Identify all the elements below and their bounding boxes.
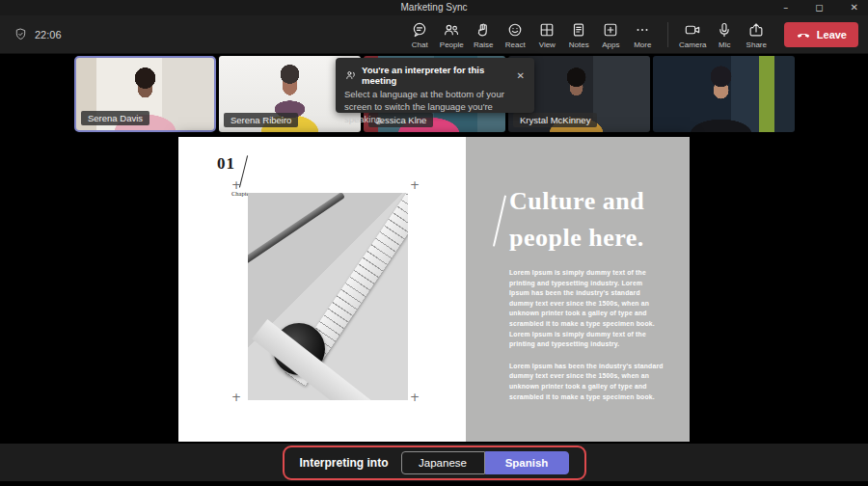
meeting-stage: Serena Davis Serena Ribeiro Jessica Klne… — [0, 54, 868, 486]
more-button[interactable]: More — [627, 16, 659, 53]
tooltip-close-icon[interactable]: ✕ — [516, 70, 526, 81]
leave-button[interactable]: Leave — [784, 22, 858, 47]
teams-meeting-window: Marketing Sync – ◻ ✕ 22:06 — [0, 0, 868, 486]
notes-icon — [570, 20, 587, 39]
interpreter-bar: Interpreting into Japanese Spanish — [0, 444, 868, 481]
crop-mark: + — [231, 179, 241, 191]
people-label: People — [440, 40, 464, 49]
raise-label: Raise — [474, 40, 493, 49]
pen-graphic — [248, 193, 345, 266]
camera-label: Camera — [679, 40, 706, 49]
interpreter-icon — [344, 69, 357, 82]
slide-photo-drafting-tools — [248, 193, 408, 400]
view-label: View — [539, 40, 556, 49]
apps-button[interactable]: Apps — [595, 16, 627, 53]
people-button[interactable]: People — [436, 16, 468, 53]
shared-slide: 01 Chapter + + + + Culture and people he… — [178, 137, 690, 442]
share-screen-icon — [747, 20, 765, 39]
toolbar-divider — [667, 22, 668, 47]
leave-label: Leave — [817, 29, 847, 40]
share-label: Share — [746, 40, 767, 49]
slide-paragraph: Lorem Ipsum is simply dummy text of the … — [509, 268, 664, 350]
meeting-info: 22:06 — [14, 27, 62, 41]
mic-icon — [716, 20, 733, 39]
heading-slash — [493, 196, 506, 247]
interpreting-into-label: Interpreting into — [300, 456, 389, 470]
chat-label: Chat — [412, 40, 428, 49]
language-option-spanish[interactable]: Spanish — [485, 451, 569, 474]
participant-name: Serena Davis — [81, 111, 149, 125]
participant-name: Krystal McKinney — [513, 113, 597, 127]
more-ellipsis-icon — [634, 20, 651, 39]
window-title: Marketing Sync — [0, 0, 868, 15]
apps-label: Apps — [602, 40, 619, 49]
highlight-annotation: Interpreting into Japanese Spanish — [283, 446, 586, 480]
view-button[interactable]: View — [531, 16, 563, 53]
slide-body-text: Lorem Ipsum is simply dummy text of the … — [509, 268, 664, 402]
react-button[interactable]: React — [500, 16, 531, 53]
react-icon — [506, 20, 524, 39]
participant-tile-unnamed[interactable] — [653, 56, 795, 132]
minimize-button[interactable]: – — [779, 0, 792, 15]
notes-label: Notes — [569, 40, 589, 49]
mic-label: Mic — [719, 40, 730, 49]
crop-mark: + — [410, 392, 420, 403]
chat-button[interactable]: Chat — [404, 16, 436, 53]
chapter-number: 01 — [217, 154, 235, 174]
meeting-timer: 22:06 — [35, 29, 62, 40]
tooltip-title: You're an interpreter for this meeting — [362, 65, 511, 86]
raise-hand-icon — [475, 20, 492, 39]
more-label: More — [634, 40, 651, 49]
slide-paragraph: Lorem Ipsum has been the industry's stan… — [509, 362, 664, 402]
participant-tile-serena-davis[interactable]: Serena Davis — [74, 56, 216, 132]
react-label: React — [505, 40, 526, 49]
raise-hand-button[interactable]: Raise — [468, 16, 500, 53]
slide-heading-line1: Culture and — [509, 183, 644, 220]
people-icon — [443, 20, 460, 39]
close-button[interactable]: ✕ — [847, 0, 862, 15]
view-grid-icon — [538, 20, 556, 39]
mic-button[interactable]: Mic — [709, 16, 741, 53]
slide-heading-line2: people here. — [509, 220, 644, 256]
slide-right-panel: Culture and people here. Lorem Ipsum is … — [466, 137, 690, 442]
title-bar: Marketing Sync – ◻ ✕ — [0, 0, 868, 15]
language-option-japanese[interactable]: Japanese — [401, 451, 485, 474]
participant-name: Serena Ribeiro — [224, 113, 298, 127]
shield-check-icon — [14, 27, 28, 41]
meeting-toolbar: 22:06 Chat People — [0, 15, 868, 54]
camera-icon — [684, 20, 701, 39]
camera-button[interactable]: Camera — [677, 16, 709, 53]
maximize-button[interactable]: ◻ — [811, 0, 827, 15]
language-toggle: Japanese Spanish — [401, 451, 569, 474]
tooltip-body: Select a language at the bottom of your … — [344, 89, 526, 125]
share-button[interactable]: Share — [741, 16, 773, 53]
crop-mark: + — [231, 392, 241, 403]
interpreter-notification: You're an interpreter for this meeting ✕… — [336, 58, 534, 113]
slide-heading: Culture and people here. — [509, 183, 644, 256]
hang-up-icon — [796, 30, 811, 39]
notes-button[interactable]: Notes — [563, 16, 595, 53]
crop-mark: + — [410, 179, 420, 191]
chat-icon — [411, 20, 428, 39]
apps-icon — [602, 20, 619, 39]
window-controls: – ◻ ✕ — [779, 0, 862, 15]
toolbar-actions: Chat People Raise — [404, 16, 858, 53]
